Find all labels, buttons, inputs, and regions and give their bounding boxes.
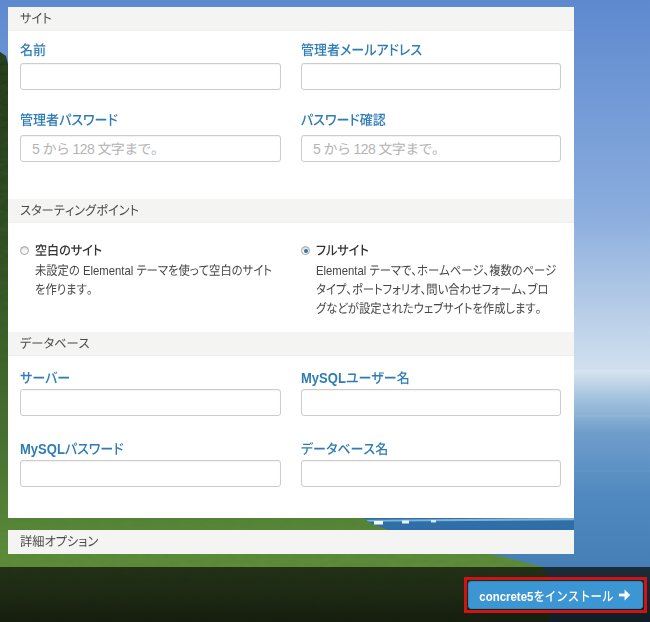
arrow-right-icon xyxy=(619,589,631,601)
section-header-site: サイト xyxy=(8,7,574,31)
install-button-label: concrete5をインストール xyxy=(480,586,614,605)
section-header-database: データベース xyxy=(8,332,574,356)
admin-email-input[interactable] xyxy=(301,63,561,90)
section-header-database-label: データベース xyxy=(20,332,90,356)
password-confirm-input[interactable] xyxy=(301,135,561,162)
description-line: を作ります。 xyxy=(35,280,249,299)
admin-password-label: 管理者パスワード xyxy=(20,111,263,129)
database-row-1: サーバー MySQLユーザー名 xyxy=(8,356,574,416)
mysql-password-label: MySQLパスワード xyxy=(20,440,263,458)
description-line: Elemental テーマで、ホームページ、複数のページ xyxy=(316,261,529,280)
database-row-2: MySQLパスワード データベース名 xyxy=(8,416,574,487)
install-button-content: concrete5をインストール xyxy=(480,586,632,605)
section-header-starting-point: スターティングポイント xyxy=(8,199,574,223)
server-label: サーバー xyxy=(20,369,263,387)
advanced-options-label: 詳細オプション xyxy=(20,530,98,554)
name-label: 名前 xyxy=(20,41,263,59)
option-blank-site-label: 空白のサイト xyxy=(35,242,102,260)
option-blank-site[interactable]: 空白のサイト xyxy=(20,241,281,260)
option-blank-site-description: 未設定の Elemental テーマを使って空白のサイト を作ります。 xyxy=(35,261,249,299)
install-form-panel: サイト 名前 管理者メールアドレス 管理者パスワード パスワード確認 スターティ… xyxy=(8,7,574,518)
database-name-input[interactable] xyxy=(301,460,561,487)
option-full-site-description: Elemental テーマで、ホームページ、複数のページ タイプ、ポートフォリオ… xyxy=(316,261,529,318)
install-button[interactable]: concrete5をインストール xyxy=(468,581,643,609)
radio-full-site[interactable] xyxy=(301,246,310,255)
description-line: グなどが設定されたウェブサイトを作成します。 xyxy=(316,299,529,318)
section-header-starting-point-label: スターティングポイント xyxy=(20,199,139,223)
admin-password-input[interactable] xyxy=(20,135,281,162)
mysql-password-input[interactable] xyxy=(20,460,281,487)
mysql-username-label: MySQLユーザー名 xyxy=(301,369,543,387)
option-full-site-label: フルサイト xyxy=(316,242,369,260)
database-name-label: データベース名 xyxy=(301,440,543,458)
server-input[interactable] xyxy=(20,389,281,416)
radio-blank-site[interactable] xyxy=(20,246,29,255)
mysql-username-input[interactable] xyxy=(301,389,561,416)
section-header-site-label: サイト xyxy=(20,7,52,31)
site-row-2: 管理者パスワード パスワード確認 xyxy=(8,90,574,162)
description-line: 未設定の Elemental テーマを使って空白のサイト xyxy=(35,261,249,280)
description-line: タイプ、ポートフォリオ、問い合わせフォーム、ブロ xyxy=(316,280,529,299)
password-confirm-label: パスワード確認 xyxy=(301,111,543,129)
option-full-site[interactable]: フルサイト xyxy=(301,241,561,260)
advanced-options-header[interactable]: 詳細オプション xyxy=(8,530,574,554)
name-input[interactable] xyxy=(20,63,281,90)
site-row-1: 名前 管理者メールアドレス xyxy=(8,31,574,90)
starting-point-options: 空白のサイト 未設定の Elemental テーマを使って空白のサイト を作りま… xyxy=(8,241,574,318)
admin-email-label: 管理者メールアドレス xyxy=(301,41,543,59)
